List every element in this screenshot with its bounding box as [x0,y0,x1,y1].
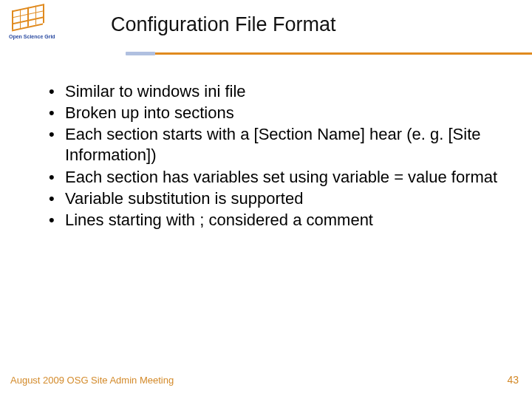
bullet-list: Similar to windows ini file Broken up in… [44,81,502,231]
list-item: Each section starts with a [Section Name… [44,124,502,166]
rule-main-icon [155,52,532,55]
list-item: Broken up into sections [44,103,502,123]
list-item: Similar to windows ini file [44,81,502,102]
slide-body: Similar to windows ini file Broken up in… [44,81,502,231]
list-item: Lines starting with ; considered a comme… [44,210,502,231]
list-item: Variable substitution is supported [44,188,502,209]
osg-logo-icon [12,4,43,30]
slide-title: Configuration File Format [111,13,336,36]
osg-logo: Open Science Grid [9,7,49,39]
rule-accent-icon [126,52,155,55]
slide-header: Open Science Grid Configuration File For… [0,0,532,63]
osg-logo-label: Open Science Grid [9,34,49,39]
header-rule [0,52,532,55]
footer-text: August 2009 OSG Site Admin Meeting [10,375,174,386]
page-number: 43 [507,374,519,386]
list-item: Each section has variables set using var… [44,167,502,188]
